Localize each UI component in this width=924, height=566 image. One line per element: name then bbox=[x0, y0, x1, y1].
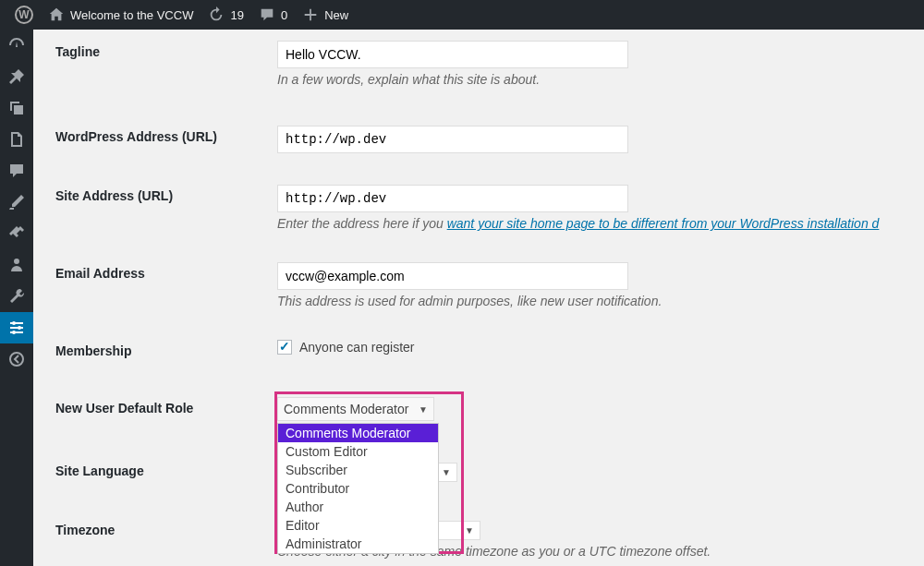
tagline-label: Tagline bbox=[55, 41, 277, 59]
svg-point-3 bbox=[10, 353, 23, 366]
role-option-author[interactable]: Author bbox=[278, 498, 438, 516]
site-address-label: Site Address (URL) bbox=[55, 185, 277, 203]
tagline-input[interactable] bbox=[277, 41, 628, 68]
wp-address-label: WordPress Address (URL) bbox=[55, 126, 277, 144]
sidebar-item-collapse[interactable] bbox=[0, 343, 33, 375]
sidebar-item-settings[interactable] bbox=[0, 312, 33, 343]
svg-point-1 bbox=[18, 326, 21, 330]
admin-sidebar bbox=[0, 30, 33, 566]
chevron-down-icon: ▼ bbox=[419, 404, 428, 415]
comments-menu[interactable]: 0 bbox=[251, 0, 295, 30]
comments-count: 0 bbox=[281, 8, 287, 22]
email-label: Email Address bbox=[55, 262, 277, 281]
email-description: This address is used for admin purposes,… bbox=[277, 294, 924, 308]
sidebar-item-posts[interactable] bbox=[0, 61, 33, 92]
role-option-contributor[interactable]: Contributor bbox=[278, 479, 438, 498]
tagline-description: In a few words, explain what this site i… bbox=[277, 72, 924, 87]
wrench-icon bbox=[7, 287, 26, 306]
sidebar-item-comments[interactable] bbox=[0, 155, 33, 187]
site-address-help-link[interactable]: want your site home page to be different… bbox=[447, 216, 880, 231]
updates-menu[interactable]: 19 bbox=[201, 0, 250, 30]
settings-form: Tagline In a few words, explain what thi… bbox=[33, 30, 924, 566]
media-icon bbox=[7, 99, 26, 117]
membership-checkbox[interactable] bbox=[277, 340, 292, 355]
chevron-down-icon: ▼ bbox=[465, 525, 474, 536]
pin-icon bbox=[7, 67, 26, 86]
collapse-icon bbox=[7, 350, 26, 368]
site-address-description: Enter the address here if you want your … bbox=[277, 216, 924, 231]
site-address-input[interactable] bbox=[277, 185, 628, 212]
default-role-dropdown: Comments Moderator Custom Editor Subscri… bbox=[277, 423, 439, 554]
updates-count: 19 bbox=[230, 8, 243, 22]
settings-slider-icon bbox=[7, 319, 26, 337]
timezone-row: Timezone ▼ Choose either a city in the s… bbox=[55, 493, 924, 567]
new-content-menu[interactable]: New bbox=[295, 0, 356, 30]
plugin-icon bbox=[7, 224, 26, 243]
pages-icon bbox=[7, 130, 26, 149]
plus-icon bbox=[302, 6, 319, 23]
site-name-menu[interactable]: Welcome to the VCCW bbox=[41, 0, 201, 30]
home-icon bbox=[48, 6, 65, 23]
site-title: Welcome to the VCCW bbox=[70, 8, 193, 22]
sidebar-item-dashboard[interactable] bbox=[0, 30, 33, 61]
membership-checkbox-label: Anyone can register bbox=[299, 340, 415, 355]
default-role-select[interactable]: Comments Moderator ▼ bbox=[277, 397, 434, 421]
site-address-row: Site Address (URL) Enter the address her… bbox=[55, 164, 924, 242]
sidebar-item-media[interactable] bbox=[0, 92, 33, 124]
timezone-label: Timezone bbox=[55, 519, 277, 537]
sidebar-item-pages[interactable] bbox=[0, 124, 33, 155]
default-role-selected: Comments Moderator bbox=[284, 402, 408, 416]
wp-address-row: WordPress Address (URL) bbox=[55, 98, 924, 164]
membership-row: Membership Anyone can register bbox=[55, 319, 924, 369]
role-option-editor[interactable]: Editor bbox=[278, 516, 438, 535]
wordpress-logo-icon: W bbox=[15, 6, 33, 24]
comments-icon bbox=[7, 162, 26, 180]
email-input[interactable] bbox=[277, 262, 628, 290]
default-role-label: New User Default Role bbox=[55, 397, 277, 415]
new-label: New bbox=[324, 8, 348, 22]
sidebar-item-plugins[interactable] bbox=[0, 218, 33, 249]
svg-point-0 bbox=[12, 321, 16, 325]
role-option-subscriber[interactable]: Subscriber bbox=[278, 461, 438, 479]
site-language-label: Site Language bbox=[55, 460, 277, 478]
svg-point-2 bbox=[12, 331, 16, 334]
comment-icon bbox=[259, 6, 275, 23]
dashboard-icon bbox=[7, 36, 26, 54]
role-option-comments-moderator[interactable]: Comments Moderator bbox=[278, 424, 438, 442]
user-icon bbox=[7, 256, 26, 274]
role-option-custom-editor[interactable]: Custom Editor bbox=[278, 442, 438, 461]
tagline-row: Tagline In a few words, explain what thi… bbox=[55, 30, 924, 98]
wp-address-input[interactable] bbox=[277, 126, 628, 153]
admin-bar: W Welcome to the VCCW 19 0 New bbox=[0, 0, 924, 30]
sidebar-item-users[interactable] bbox=[0, 249, 33, 281]
sidebar-item-tools[interactable] bbox=[0, 281, 33, 312]
membership-label: Membership bbox=[55, 340, 277, 358]
refresh-icon bbox=[208, 6, 225, 23]
email-row: Email Address This address is used for a… bbox=[55, 242, 924, 319]
wp-logo-menu[interactable]: W bbox=[7, 0, 41, 30]
sidebar-item-appearance[interactable] bbox=[0, 187, 33, 218]
role-option-administrator[interactable]: Administrator bbox=[278, 535, 438, 553]
chevron-down-icon: ▼ bbox=[442, 467, 451, 477]
brush-icon bbox=[7, 193, 26, 211]
site-language-row: Site Language ▼ bbox=[55, 432, 924, 493]
default-role-row: New User Default Role Comments Moderator… bbox=[55, 369, 924, 432]
